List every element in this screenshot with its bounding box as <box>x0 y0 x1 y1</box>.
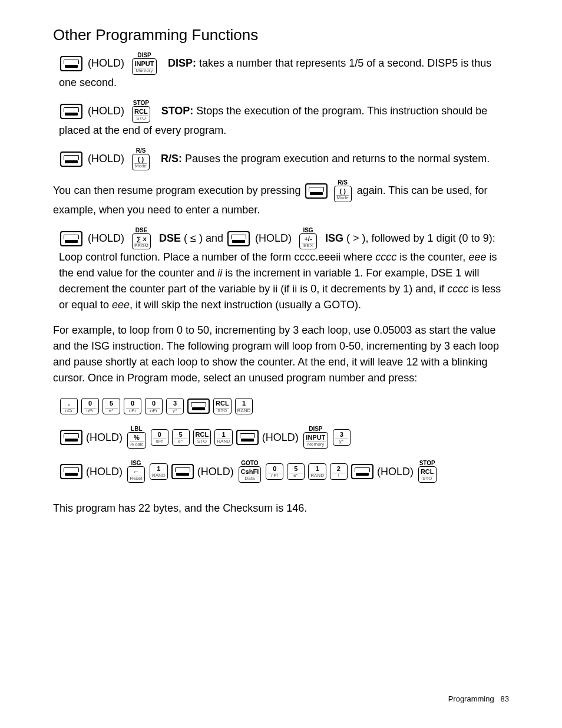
program-row-1: .nCr 0nPr 5eˣ 0nPr 0nPr 3yˣ RCLSTO 1RAND <box>59 398 509 414</box>
page-title: Other Programming Functions <box>53 24 509 47</box>
shift-key-icon <box>60 231 82 246</box>
stop-paragraph: (HOLD) STOP RCLSTO STOP: Stops the execu… <box>59 100 509 139</box>
shift-key-icon <box>60 430 82 445</box>
checksum-paragraph: This program has 22 bytes, and the Check… <box>53 500 509 516</box>
hold-label: (HOLD) <box>88 105 124 117</box>
dse-isg-paragraph: (HOLD) DSE ∑ xPRGM DSE ( ≤ ) and (HOLD) … <box>59 228 509 314</box>
hold-label: (HOLD) <box>86 430 123 446</box>
rcl-key: STOP RCLSTO <box>131 100 151 123</box>
n5-key: 5eˣ <box>172 429 190 446</box>
n0-key: 0nPr <box>124 398 141 414</box>
dot-key: .nCr <box>60 398 78 414</box>
n0-key: 0nPr <box>145 398 163 414</box>
example-paragraph: For example, to loop from 0 to 50, incre… <box>53 322 509 386</box>
shift-key-icon <box>60 56 82 71</box>
n0-key: 0nPr <box>151 429 168 446</box>
hold-label: (HOLD) <box>255 232 292 244</box>
hold-label: (HOLD) <box>88 232 124 244</box>
n3-key: 3yˣ <box>166 398 184 414</box>
n0-key: 0nPr <box>81 398 99 414</box>
rcl-key: RCLSTO <box>193 429 211 446</box>
rcl-key: RCLSTO <box>213 398 232 414</box>
disp-paragraph: (HOLD) DISP INPUTMemory DISP: takes a nu… <box>59 52 509 91</box>
shift-key-icon <box>236 430 259 445</box>
n5-key: 5eˣ <box>287 463 305 480</box>
lbl-key: LBL %% calc <box>126 426 147 449</box>
isg-key: ISG ←Reset <box>126 460 146 483</box>
isg-key: ISG +/-EEX <box>298 228 318 250</box>
rs-key: R/S ( )Mode <box>131 148 151 170</box>
goto-key: GOTO CshFlData <box>237 460 263 483</box>
program-row-3: (HOLD) ISG ←Reset 1RAND (HOLD) GOTO CshF… <box>59 460 509 483</box>
stop-key: STOP RCLSTO <box>417 460 438 483</box>
hold-label: (HOLD) <box>88 57 124 69</box>
n3-key: 3yˣ <box>333 429 351 446</box>
n0-key: 0nPr <box>266 463 283 480</box>
rs-resume-paragraph: You can then resume program execution by… <box>53 180 509 218</box>
disp-key: DISP INPUTMemory <box>302 426 329 449</box>
hold-label: (HOLD) <box>377 464 414 480</box>
program-row-2: (HOLD) LBL %% calc 0nPr 5eˣ RCLSTO 1RAND… <box>59 426 509 449</box>
shift-key-icon <box>171 464 194 479</box>
shift-key-icon <box>60 151 82 167</box>
hold-label: (HOLD) <box>86 464 123 480</box>
shift-key-icon <box>305 183 328 199</box>
n1-key: 1RAND <box>214 429 233 446</box>
n1-key: 1RAND <box>150 463 168 480</box>
dse-key: DSE ∑ xPRGM <box>131 228 152 250</box>
shift-key-icon <box>227 231 250 246</box>
shift-key-icon <box>60 104 82 119</box>
hold-label: (HOLD) <box>262 430 299 446</box>
shift-key-icon <box>60 464 82 479</box>
hold-label: (HOLD) <box>88 153 124 164</box>
n5-key: 5eˣ <box>103 398 120 414</box>
rs-key: R/S ( )Mode <box>333 180 353 202</box>
n2-key: 2! <box>330 463 348 480</box>
rs-paragraph: (HOLD) R/S ( )Mode R/S: Pauses the progr… <box>59 148 509 170</box>
n1-key: 1RAND <box>308 463 326 480</box>
n1-key: 1RAND <box>235 398 253 414</box>
hold-label: (HOLD) <box>197 464 234 480</box>
shift-key-icon <box>351 464 373 479</box>
shift-key-icon <box>187 398 210 414</box>
input-key: DISP INPUTMemory <box>131 52 158 75</box>
